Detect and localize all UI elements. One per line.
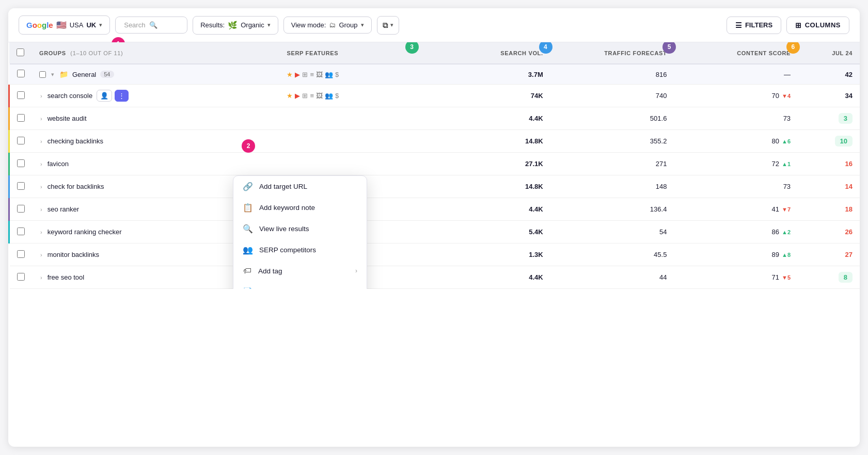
search-button[interactable]: Search 🔍: [115, 17, 187, 34]
keyword-action-users-btn[interactable]: 👤: [83, 203, 99, 215]
keyword-name: monitor backlinks: [48, 251, 99, 258]
group-checkbox[interactable]: [39, 71, 46, 78]
serp-header-label: SERP FEATURES: [287, 50, 338, 56]
row-checkbox[interactable]: [17, 114, 25, 122]
score-change: ▲6: [782, 138, 791, 144]
context-menu-item-view-live-results[interactable]: 🔍 View live results: [233, 218, 367, 239]
content-score-cell: 72▲1: [674, 153, 798, 175]
group-icon: 🗂: [329, 21, 336, 29]
traffic-cell: 44: [550, 266, 674, 289]
keyword-action-users-btn[interactable]: 👤: [107, 135, 123, 147]
google-country-btn[interactable]: Google 🇺🇸 USA UK ▾: [19, 15, 110, 35]
chevron-down-icon-group: ▾: [361, 22, 364, 28]
content-score-cell: 70▼4: [674, 85, 798, 107]
score-value: 72: [772, 160, 779, 168]
jul-cell: 10: [798, 130, 860, 153]
context-menu-item-copy-row[interactable]: 📄 Copy row: [233, 281, 367, 289]
score-value: 71: [772, 273, 779, 281]
context-menu-item-add-keyword-note[interactable]: 📋 Add keyword note: [233, 197, 367, 218]
row-checkbox[interactable]: [17, 137, 25, 144]
keyword-action-more-btn[interactable]: ⋮: [125, 135, 139, 147]
expand-btn[interactable]: ▾: [50, 71, 55, 78]
expand-btn[interactable]: ›: [39, 184, 43, 190]
jul-cell: 42: [798, 64, 860, 85]
context-menu-item-serp-competitors[interactable]: 👥 SERP competitors: [233, 239, 367, 261]
badge-3: 3: [405, 42, 419, 54]
keyword-name: website audit: [48, 115, 87, 122]
jul-value: 27: [845, 251, 853, 258]
expand-btn[interactable]: ›: [39, 93, 43, 99]
context-menu-item-add-tag[interactable]: 🏷 Add tag ›: [233, 261, 367, 281]
keyword-action-more-btn[interactable]: ⋮: [101, 203, 115, 215]
columns-btn[interactable]: ⊞ COLUMNS: [786, 17, 849, 34]
main-table-wrapper: GROUPS (1–10 OUT OF 11) SERP FEATURES 3 …: [8, 42, 860, 289]
content-score-label: CONTENT SCORE: [737, 50, 791, 56]
viewmode-btn[interactable]: View mode: 🗂 Group ▾: [283, 17, 372, 34]
keyword-name: check for backlinks: [48, 183, 104, 190]
keyword-action-users-btn[interactable]: 👤: [125, 226, 141, 238]
keyword-action-users-btn[interactable]: 👤: [108, 181, 124, 192]
expand-btn[interactable]: ›: [39, 138, 43, 144]
expand-btn[interactable]: ›: [39, 252, 43, 258]
keyword-action-users-btn[interactable]: 👤: [88, 271, 104, 283]
keyword-action-users-btn[interactable]: 👤: [91, 112, 106, 124]
table-row: › seo ranker 👤 ⋮ 4.4K136.441▼718: [9, 198, 860, 221]
header-checkbox-cell: [9, 42, 33, 64]
expand-btn[interactable]: ›: [39, 206, 43, 213]
row-name-cell: ▾ 📁 General 54: [32, 64, 279, 85]
table-row: › free seo tool 👤 ⋮ ★🖼👥$4.4K4471▼58: [9, 266, 860, 289]
cm-icon: 🏷: [243, 266, 252, 275]
row-checkbox[interactable]: [17, 70, 25, 77]
jul-cell: 14: [798, 175, 860, 198]
row-checkbox[interactable]: [17, 273, 25, 281]
row-checkbox[interactable]: [17, 228, 25, 235]
expand-btn[interactable]: ›: [39, 161, 43, 167]
star-icon: ★: [287, 92, 293, 100]
search-vol-label: SEARCH VOL.: [500, 50, 543, 56]
context-menu-item-add-target-url[interactable]: 🔗 Add target URL: [233, 176, 367, 197]
keyword-action-users-btn[interactable]: 👤: [103, 249, 119, 261]
keyword-action-users-btn[interactable]: 👤: [73, 158, 88, 170]
keyword-action-more-btn[interactable]: ⋮: [121, 249, 135, 261]
keyword-action-more-btn[interactable]: ⋮: [91, 158, 105, 170]
serp-icons: ★▶⊞≡🖼👥$: [287, 71, 443, 78]
search-vol-cell: 4.4K: [450, 198, 550, 221]
keyword-action-users-btn[interactable]: 👤: [97, 90, 112, 102]
score-change: ▲8: [782, 252, 791, 258]
row-checkbox[interactable]: [17, 205, 25, 213]
chevron-down-icon-results: ▾: [267, 22, 271, 28]
row-checkbox[interactable]: [17, 250, 25, 258]
keywords-table: GROUPS (1–10 OUT OF 11) SERP FEATURES 3 …: [8, 42, 860, 289]
keyword-action-more-btn[interactable]: ⋮: [109, 112, 123, 124]
list-icon: ≡: [310, 71, 314, 78]
cm-icon: 🔍: [243, 224, 253, 234]
row-checkbox[interactable]: [17, 159, 25, 167]
keyword-action-more-btn[interactable]: ⋮: [127, 181, 140, 192]
expand-btn[interactable]: ›: [39, 116, 43, 122]
grid-icon: ⊞: [302, 92, 308, 100]
select-all-checkbox[interactable]: [17, 48, 24, 56]
region-label: UK: [86, 21, 96, 29]
expand-btn[interactable]: ›: [39, 229, 43, 235]
copy-view-btn[interactable]: ⧉ ▾: [377, 16, 399, 35]
search-vol-cell: 5.4K: [450, 221, 550, 243]
keyword-action-more-btn[interactable]: ⋮: [115, 90, 129, 102]
google-icon: Google: [26, 21, 53, 29]
keyword-action-more-btn[interactable]: ⋮: [106, 271, 120, 283]
group-count: 54: [100, 71, 114, 78]
cm-label: Add keyword note: [259, 204, 315, 212]
traffic-cell: 136.4: [550, 198, 674, 221]
search-vol-cell: 3.7M: [450, 64, 550, 85]
results-btn[interactable]: Results: 🌿 Organic ▾: [193, 16, 278, 35]
search-vol-cell: 14.8K: [450, 175, 550, 198]
jul-value: 14: [845, 183, 853, 190]
expand-btn[interactable]: ›: [39, 274, 43, 281]
keyword-action-more-btn[interactable]: ⋮: [144, 226, 157, 238]
keyword-name: keyword ranking checker: [48, 228, 122, 236]
row-name-cell: › search console 👤 ⋮: [32, 85, 279, 107]
traffic-cell: 355.2: [550, 130, 674, 153]
row-checkbox[interactable]: [17, 182, 25, 190]
filters-btn[interactable]: ☰ FILTERS: [727, 17, 781, 34]
row-checkbox[interactable]: [17, 91, 25, 99]
leaf-icon: 🌿: [228, 21, 238, 30]
